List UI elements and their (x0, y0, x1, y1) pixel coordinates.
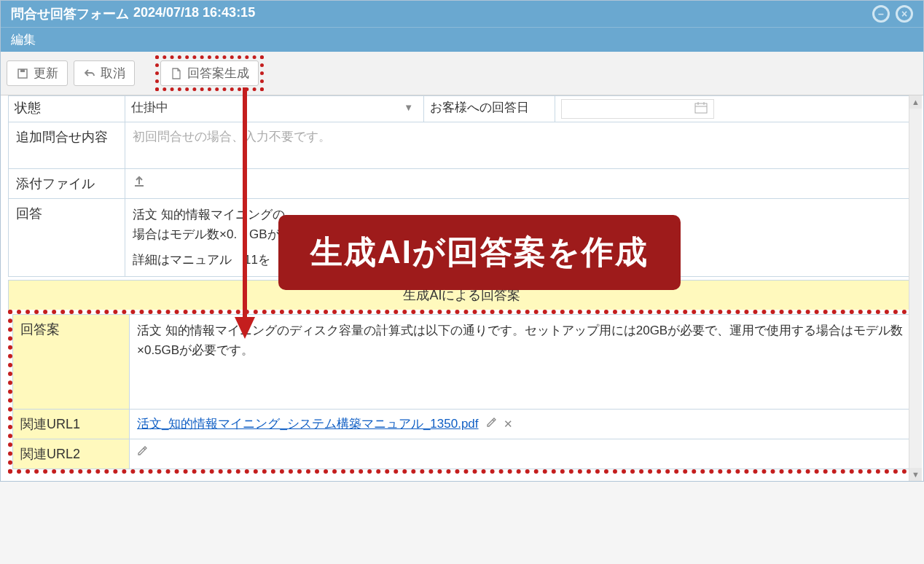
status-value: 仕掛中 (131, 99, 168, 116)
ai-answer-text: 活文 知的情報マイニングのディスク容量の計算式は以下の通りです。セットアップ用に… (137, 324, 903, 357)
title-bar: 問合せ回答フォーム 2024/07/18 16:43:15 – × (1, 1, 923, 27)
menu-bar: 編集 (1, 27, 923, 52)
chevron-down-icon: ▼ (404, 102, 413, 113)
url1-field: 活文_知的情報マイニング_システム構築マニュアル_1350.pdf ✕ (130, 409, 912, 439)
answer-label: 回答 (9, 199, 125, 277)
window-timestamp: 2024/07/18 16:43:15 (133, 5, 255, 23)
edit-icon[interactable] (137, 446, 147, 458)
remove-icon[interactable]: ✕ (504, 418, 513, 430)
url2-field[interactable] (130, 439, 912, 469)
toolbar: 更新 取消 回答案生成 (1, 52, 923, 95)
reply-date-label: お客様への回答日 (424, 96, 555, 122)
cancel-button[interactable]: 取消 (74, 60, 135, 86)
scroll-down-icon[interactable]: ▼ (909, 468, 922, 481)
scroll-up-icon[interactable]: ▲ (909, 95, 922, 109)
document-icon (170, 67, 183, 80)
svg-rect-2 (695, 103, 707, 113)
edit-icon[interactable] (486, 418, 499, 430)
additional-placeholder: 初回問合せの場合、入力不要です。 (133, 130, 331, 144)
status-label: 状態 (9, 96, 125, 122)
generate-button-highlight: 回答案生成 (155, 55, 264, 91)
minimize-icon[interactable]: – (872, 5, 890, 23)
url2-label: 関連URL2 (13, 439, 130, 469)
ai-answer-label: 回答案 (13, 314, 130, 409)
url1-link[interactable]: 活文_知的情報マイニング_システム構築マニュアル_1350.pdf (137, 417, 479, 431)
url1-label: 関連URL1 (13, 409, 130, 439)
status-field[interactable]: 仕掛中 ▼ (125, 96, 424, 122)
menu-edit[interactable]: 編集 (11, 33, 36, 47)
update-button[interactable]: 更新 (7, 60, 68, 86)
reply-date-field[interactable] (555, 96, 916, 122)
additional-label: 追加問合せ内容 (9, 122, 125, 169)
vertical-scrollbar[interactable]: ▲ ▼ (909, 95, 922, 481)
annotation-callout: 生成AIが回答案を作成 (278, 215, 681, 290)
undo-icon (83, 67, 96, 80)
additional-field[interactable]: 初回問合せの場合、入力不要です。 (125, 122, 916, 169)
ai-form-table: 回答案 活文 知的情報マイニングのディスク容量の計算式は以下の通りです。セットア… (12, 314, 912, 469)
ai-section-highlight: 回答案 活文 知的情報マイニングのディスク容量の計算式は以下の通りです。セットア… (8, 310, 916, 474)
attachment-label: 添付ファイル (9, 169, 125, 199)
generate-answer-button[interactable]: 回答案生成 (160, 60, 259, 86)
ai-answer-field[interactable]: 活文 知的情報マイニングのディスク容量の計算式は以下の通りです。セットアップ用に… (130, 314, 912, 409)
close-icon[interactable]: × (896, 5, 913, 23)
attachment-field[interactable] (125, 169, 916, 199)
save-icon (16, 67, 29, 80)
calendar-icon (694, 102, 708, 116)
svg-rect-1 (20, 69, 25, 72)
upload-icon[interactable] (133, 176, 146, 191)
window-title: 問合せ回答フォーム (11, 5, 129, 23)
